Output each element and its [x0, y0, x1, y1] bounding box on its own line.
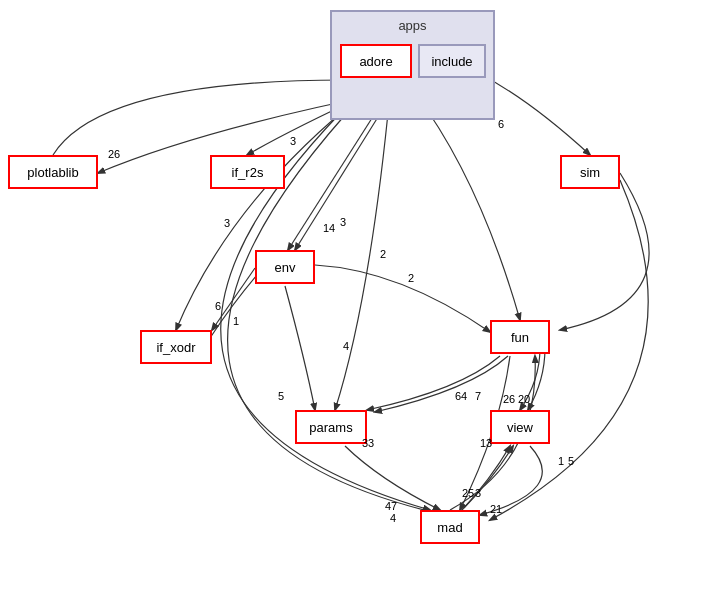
apps-container: apps adore include [330, 10, 495, 120]
node-if-xodr[interactable]: if_xodr [140, 330, 212, 364]
label-4-adore-mad2: 4 [390, 512, 396, 524]
label-20-fun-view2: 20 [518, 393, 530, 405]
label-26-fun-view: 26 [503, 393, 515, 405]
label-1-view-mad: 1 [558, 455, 564, 467]
label-6-sim: 6 [498, 118, 504, 130]
diagram-container: apps adore include plotlablib if_r2s sim… [0, 0, 728, 596]
label-2-env-fun: 2 [380, 248, 386, 260]
node-mad[interactable]: mad [420, 510, 480, 544]
node-fun[interactable]: fun [490, 320, 550, 354]
label-1-ifxodr-env: 1 [233, 315, 239, 327]
label-64-fun-params: 64 [455, 390, 467, 402]
node-sim[interactable]: sim [560, 155, 620, 189]
label-4-adore-params: 4 [343, 340, 349, 352]
label-26: 26 [108, 148, 120, 160]
label-7-fun-params2: 7 [475, 390, 481, 402]
node-adore[interactable]: adore [340, 44, 412, 78]
label-47-adore-mad: 47 [385, 500, 397, 512]
node-plotlablib[interactable]: plotlablib [8, 155, 98, 189]
label-25-mad-view: 25 [462, 487, 474, 499]
label-21-mad-fun: 21 [490, 503, 502, 515]
label-3-mad-view2: 3 [475, 487, 481, 499]
label-14-env: 14 [323, 222, 335, 234]
label-2-env-fun2: 2 [408, 272, 414, 284]
label-33-params-mad: 33 [362, 437, 374, 449]
node-include[interactable]: include [418, 44, 486, 78]
node-if-r2s[interactable]: if_r2s [210, 155, 285, 189]
label-3-adore-ifxodr: 3 [224, 217, 230, 229]
label-3-env2: 3 [340, 216, 346, 228]
label-13-fun-mad: 13 [480, 437, 492, 449]
apps-title: apps [332, 12, 493, 33]
label-6-env-ifxodr: 6 [215, 300, 221, 312]
label-3-if_r2s: 3 [290, 135, 296, 147]
node-env[interactable]: env [255, 250, 315, 284]
node-params[interactable]: params [295, 410, 367, 444]
label-5-view-mad2: 5 [568, 455, 574, 467]
label-5-env-params: 5 [278, 390, 284, 402]
node-view[interactable]: view [490, 410, 550, 444]
